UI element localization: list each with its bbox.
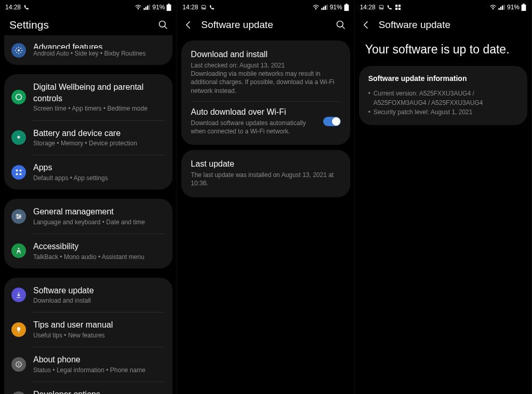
- settings-item-software-update[interactable]: Software update Download and install: [4, 278, 172, 313]
- panel-settings: 14:28 91% Settings Advanced feature: [0, 0, 177, 394]
- settings-item-advanced-features[interactable]: Advanced features Android Auto • Side ke…: [4, 35, 172, 65]
- search-icon[interactable]: [335, 19, 347, 31]
- svg-line-8: [165, 26, 167, 29]
- settings-item-developer-options[interactable]: Developer options Developer options: [4, 382, 172, 394]
- row-sub-line2: Downloading via mobile networks may resu…: [191, 70, 340, 95]
- svg-rect-4: [149, 5, 151, 10]
- svg-rect-45: [523, 4, 525, 5]
- item-sub: Storage • Memory • Device protection: [33, 139, 164, 147]
- wifi-icon: [312, 5, 320, 10]
- item-title: Tips and user manual: [33, 319, 164, 331]
- settings-item-general-management[interactable]: General management Language and keyboard…: [4, 199, 172, 234]
- svg-point-10: [16, 94, 22, 100]
- svg-rect-3: [147, 6, 149, 10]
- accessibility-icon: [11, 243, 26, 258]
- status-bar: 14:28 91%: [177, 0, 354, 15]
- settings-item-digital-wellbeing[interactable]: Digital Wellbeing and parental controls …: [4, 74, 172, 120]
- auto-download-row[interactable]: Auto download over Wi-Fi Download softwa…: [181, 101, 350, 142]
- svg-point-13: [16, 173, 18, 175]
- item-sub: TalkBack • Mono audio • Assistant menu: [33, 253, 164, 261]
- battery-text: 91%: [507, 4, 520, 11]
- svg-point-7: [159, 21, 166, 28]
- svg-point-9: [18, 49, 20, 51]
- signal-icon: [498, 5, 506, 10]
- svg-rect-36: [395, 5, 397, 7]
- row-sub: The last update was installed on August …: [191, 171, 340, 187]
- svg-rect-5: [168, 4, 170, 5]
- last-update-row[interactable]: Last update The last update was installe…: [181, 153, 350, 194]
- download-icon: [11, 288, 26, 302]
- svg-line-34: [342, 26, 344, 29]
- call-icon: [387, 5, 392, 10]
- settings-list[interactable]: Advanced features Android Auto • Side ke…: [0, 35, 177, 394]
- info-title: Software update information: [368, 74, 518, 83]
- battery-icon: [166, 4, 171, 11]
- status-time: 14:28: [360, 4, 376, 11]
- wifi-icon: [489, 5, 497, 10]
- item-sub: Language and keyboard • Date and time: [33, 218, 164, 226]
- item-title: About phone: [33, 354, 164, 365]
- svg-point-18: [17, 214, 18, 215]
- svg-point-20: [18, 217, 19, 218]
- braces-icon: [11, 391, 26, 394]
- last-update-card: Last update The last update was installe…: [181, 150, 350, 197]
- header-software-update: Software update: [355, 15, 531, 35]
- svg-rect-39: [398, 8, 401, 10]
- page-title: Software update: [379, 19, 524, 31]
- item-sub: Default apps • App settings: [33, 174, 164, 182]
- svg-point-23: [18, 363, 19, 364]
- item-title: Apps: [33, 162, 164, 173]
- row-title: Auto download over Wi-Fi: [191, 107, 316, 117]
- row-sub-line1: Last checked on: August 13, 2021: [191, 61, 340, 70]
- wifi-icon: [135, 5, 142, 10]
- panel-software-update: 14:28 91% Software update Download and i…: [177, 0, 354, 394]
- svg-rect-31: [345, 4, 348, 5]
- update-options-card: Download and install Last checked on: Au…: [181, 40, 350, 145]
- settings-item-accessibility[interactable]: Accessibility TalkBack • Mono audio • As…: [4, 234, 172, 268]
- wellbeing-icon: [11, 90, 26, 104]
- info-icon: [11, 357, 26, 372]
- page-title: Software update: [201, 19, 328, 31]
- device-care-icon: [11, 130, 26, 145]
- signal-icon: [321, 5, 328, 10]
- update-info-card: Software update information Current vers…: [359, 66, 527, 125]
- battery-text: 91%: [330, 4, 342, 11]
- svg-rect-24: [18, 364, 19, 366]
- item-sub: Android Auto • Side key • Bixby Routines: [33, 49, 164, 58]
- item-sub: Download and install: [33, 296, 164, 305]
- settings-item-battery-device-care[interactable]: Battery and device care Storage • Memory…: [4, 120, 172, 155]
- svg-rect-32: [344, 5, 349, 11]
- svg-rect-38: [395, 8, 397, 10]
- signal-icon: [143, 5, 151, 10]
- battery-icon: [521, 4, 526, 11]
- settings-item-apps[interactable]: Apps Default apps • App settings: [4, 155, 172, 189]
- grid-icon: [395, 5, 401, 10]
- call-icon: [209, 5, 215, 10]
- item-sub: Screen time • App timers • Bedtime mode: [33, 104, 164, 113]
- svg-rect-2: [145, 7, 147, 10]
- panel-software-update-status: 14:28 91% Software update Your software …: [355, 0, 532, 394]
- settings-item-tips[interactable]: Tips and user manual Useful tips • New f…: [4, 312, 172, 347]
- settings-item-about-phone[interactable]: About phone Status • Legal information •…: [4, 347, 172, 382]
- svg-point-19: [19, 215, 20, 216]
- svg-point-26: [315, 8, 316, 9]
- back-icon[interactable]: [182, 19, 195, 31]
- svg-rect-27: [321, 8, 323, 10]
- svg-rect-30: [326, 5, 328, 10]
- search-icon[interactable]: [157, 19, 169, 31]
- svg-rect-46: [522, 5, 526, 11]
- download-and-install-row[interactable]: Download and install Last checked on: Au…: [181, 44, 350, 101]
- svg-rect-1: [144, 8, 145, 10]
- svg-point-12: [19, 169, 21, 171]
- item-title: General management: [33, 206, 164, 218]
- item-title: Accessibility: [33, 241, 164, 252]
- svg-rect-6: [167, 5, 171, 11]
- row-sub: Download software updates automatically …: [191, 119, 316, 135]
- auto-download-toggle[interactable]: [323, 117, 341, 126]
- svg-point-0: [138, 8, 139, 9]
- back-icon[interactable]: [360, 19, 373, 31]
- sliders-icon: [11, 209, 26, 224]
- gallery-icon: [201, 5, 206, 10]
- item-title: Developer options: [33, 389, 164, 394]
- status-bar: 14:28 91%: [0, 0, 177, 15]
